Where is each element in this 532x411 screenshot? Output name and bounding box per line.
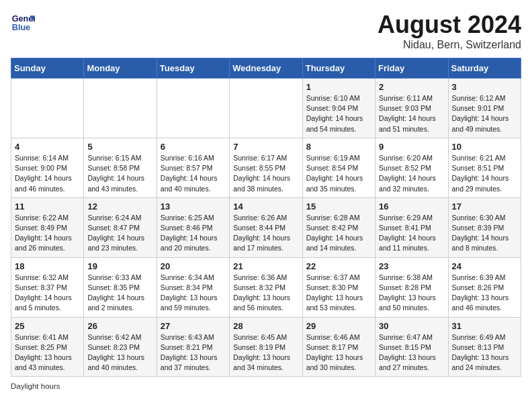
day-cell: 22Sunrise: 6:37 AM Sunset: 8:30 PM Dayli… <box>302 257 375 317</box>
day-cell <box>84 79 157 138</box>
weekday-header-saturday: Saturday <box>448 58 521 79</box>
day-cell: 17Sunrise: 6:30 AM Sunset: 8:39 PM Dayli… <box>448 197 521 257</box>
weekday-header-thursday: Thursday <box>302 58 375 79</box>
day-info: Sunrise: 6:33 AM Sunset: 8:35 PM Dayligh… <box>87 273 152 314</box>
day-cell: 9Sunrise: 6:20 AM Sunset: 8:52 PM Daylig… <box>375 138 448 197</box>
week-row-4: 18Sunrise: 6:32 AM Sunset: 8:37 PM Dayli… <box>11 257 521 317</box>
day-info: Sunrise: 6:28 AM Sunset: 8:42 PM Dayligh… <box>306 213 371 254</box>
weekday-header-monday: Monday <box>84 58 157 79</box>
footer-text: Daylight hours <box>11 382 60 390</box>
weekday-header-row: SundayMondayTuesdayWednesdayThursdayFrid… <box>11 58 521 79</box>
day-info: Sunrise: 6:17 AM Sunset: 8:55 PM Dayligh… <box>233 153 298 194</box>
day-info: Sunrise: 6:45 AM Sunset: 8:19 PM Dayligh… <box>233 332 298 373</box>
day-number: 9 <box>379 142 444 152</box>
day-cell: 26Sunrise: 6:42 AM Sunset: 8:23 PM Dayli… <box>84 317 157 377</box>
day-info: Sunrise: 6:10 AM Sunset: 9:04 PM Dayligh… <box>306 93 371 134</box>
logo-icon: General Blue <box>11 11 35 35</box>
day-number: 2 <box>379 82 444 92</box>
day-cell: 19Sunrise: 6:33 AM Sunset: 8:35 PM Dayli… <box>84 257 157 317</box>
location: Nidau, Bern, Switzerland <box>378 39 521 51</box>
day-cell <box>157 79 229 138</box>
day-info: Sunrise: 6:11 AM Sunset: 9:03 PM Dayligh… <box>379 93 444 134</box>
day-cell: 2Sunrise: 6:11 AM Sunset: 9:03 PM Daylig… <box>375 79 448 138</box>
day-number: 19 <box>87 261 152 271</box>
day-cell: 12Sunrise: 6:24 AM Sunset: 8:47 PM Dayli… <box>84 197 157 257</box>
day-info: Sunrise: 6:30 AM Sunset: 8:39 PM Dayligh… <box>452 213 517 254</box>
day-number: 13 <box>161 201 226 212</box>
day-cell: 5Sunrise: 6:15 AM Sunset: 8:58 PM Daylig… <box>84 138 157 197</box>
day-cell <box>11 79 84 138</box>
page-header: General Blue August 2024 Nidau, Bern, Sw… <box>11 11 521 51</box>
week-row-1: 1Sunrise: 6:10 AM Sunset: 9:04 PM Daylig… <box>11 79 521 138</box>
day-number: 21 <box>233 261 298 271</box>
day-cell: 8Sunrise: 6:19 AM Sunset: 8:54 PM Daylig… <box>302 138 375 197</box>
day-info: Sunrise: 6:26 AM Sunset: 8:44 PM Dayligh… <box>233 213 298 254</box>
day-cell: 4Sunrise: 6:14 AM Sunset: 9:00 PM Daylig… <box>11 138 84 197</box>
weekday-header-tuesday: Tuesday <box>157 58 229 79</box>
day-cell: 20Sunrise: 6:34 AM Sunset: 8:34 PM Dayli… <box>157 257 229 317</box>
day-number: 26 <box>87 321 152 331</box>
day-info: Sunrise: 6:36 AM Sunset: 8:32 PM Dayligh… <box>233 273 298 314</box>
day-cell: 14Sunrise: 6:26 AM Sunset: 8:44 PM Dayli… <box>230 197 302 257</box>
day-info: Sunrise: 6:47 AM Sunset: 8:15 PM Dayligh… <box>379 332 444 373</box>
day-cell: 23Sunrise: 6:38 AM Sunset: 8:28 PM Dayli… <box>375 257 448 317</box>
day-info: Sunrise: 6:32 AM Sunset: 8:37 PM Dayligh… <box>15 273 80 314</box>
day-number: 31 <box>452 321 517 331</box>
day-cell: 28Sunrise: 6:45 AM Sunset: 8:19 PM Dayli… <box>230 317 302 377</box>
day-cell: 1Sunrise: 6:10 AM Sunset: 9:04 PM Daylig… <box>302 79 375 138</box>
day-cell: 31Sunrise: 6:49 AM Sunset: 8:13 PM Dayli… <box>448 317 521 377</box>
weekday-header-wednesday: Wednesday <box>230 58 302 79</box>
day-number: 3 <box>452 82 517 92</box>
day-number: 15 <box>306 201 371 212</box>
day-info: Sunrise: 6:24 AM Sunset: 8:47 PM Dayligh… <box>87 213 152 254</box>
day-number: 17 <box>452 201 517 212</box>
day-number: 28 <box>233 321 298 331</box>
day-info: Sunrise: 6:39 AM Sunset: 8:26 PM Dayligh… <box>452 273 517 314</box>
weekday-header-friday: Friday <box>375 58 448 79</box>
day-cell: 30Sunrise: 6:47 AM Sunset: 8:15 PM Dayli… <box>375 317 448 377</box>
day-info: Sunrise: 6:16 AM Sunset: 8:57 PM Dayligh… <box>161 153 226 194</box>
title-block: August 2024 Nidau, Bern, Switzerland <box>378 11 521 51</box>
day-number: 7 <box>233 142 298 152</box>
day-number: 22 <box>306 261 371 271</box>
day-cell: 16Sunrise: 6:29 AM Sunset: 8:41 PM Dayli… <box>375 197 448 257</box>
day-cell: 3Sunrise: 6:12 AM Sunset: 9:01 PM Daylig… <box>448 79 521 138</box>
day-info: Sunrise: 6:43 AM Sunset: 8:21 PM Dayligh… <box>161 332 226 373</box>
day-cell: 11Sunrise: 6:22 AM Sunset: 8:49 PM Dayli… <box>11 197 84 257</box>
day-cell: 18Sunrise: 6:32 AM Sunset: 8:37 PM Dayli… <box>11 257 84 317</box>
day-info: Sunrise: 6:25 AM Sunset: 8:46 PM Dayligh… <box>161 213 226 254</box>
day-number: 20 <box>161 261 226 271</box>
day-info: Sunrise: 6:19 AM Sunset: 8:54 PM Dayligh… <box>306 153 371 194</box>
day-number: 5 <box>87 142 152 152</box>
day-number: 18 <box>15 261 80 271</box>
day-cell <box>230 79 302 138</box>
day-number: 14 <box>233 201 298 212</box>
day-number: 4 <box>15 142 80 152</box>
month-title: August 2024 <box>378 11 521 39</box>
day-number: 27 <box>161 321 226 331</box>
day-number: 10 <box>452 142 517 152</box>
day-number: 29 <box>306 321 371 331</box>
day-info: Sunrise: 6:12 AM Sunset: 9:01 PM Dayligh… <box>452 93 517 134</box>
day-number: 11 <box>15 201 80 212</box>
week-row-3: 11Sunrise: 6:22 AM Sunset: 8:49 PM Dayli… <box>11 197 521 257</box>
day-cell: 27Sunrise: 6:43 AM Sunset: 8:21 PM Dayli… <box>157 317 229 377</box>
day-number: 8 <box>306 142 371 152</box>
day-cell: 25Sunrise: 6:41 AM Sunset: 8:25 PM Dayli… <box>11 317 84 377</box>
day-cell: 7Sunrise: 6:17 AM Sunset: 8:55 PM Daylig… <box>230 138 302 197</box>
day-cell: 29Sunrise: 6:46 AM Sunset: 8:17 PM Dayli… <box>302 317 375 377</box>
day-number: 24 <box>452 261 517 271</box>
day-number: 25 <box>15 321 80 331</box>
day-info: Sunrise: 6:21 AM Sunset: 8:51 PM Dayligh… <box>452 153 517 194</box>
day-info: Sunrise: 6:22 AM Sunset: 8:49 PM Dayligh… <box>15 213 80 254</box>
footer: Daylight hours <box>11 382 521 390</box>
day-info: Sunrise: 6:29 AM Sunset: 8:41 PM Dayligh… <box>379 213 444 254</box>
svg-text:Blue: Blue <box>12 23 30 32</box>
day-info: Sunrise: 6:37 AM Sunset: 8:30 PM Dayligh… <box>306 273 371 314</box>
day-info: Sunrise: 6:15 AM Sunset: 8:58 PM Dayligh… <box>87 153 152 194</box>
day-info: Sunrise: 6:49 AM Sunset: 8:13 PM Dayligh… <box>452 332 517 373</box>
day-number: 12 <box>87 201 152 212</box>
day-number: 1 <box>306 82 371 92</box>
day-info: Sunrise: 6:41 AM Sunset: 8:25 PM Dayligh… <box>15 332 80 373</box>
day-info: Sunrise: 6:46 AM Sunset: 8:17 PM Dayligh… <box>306 332 371 373</box>
